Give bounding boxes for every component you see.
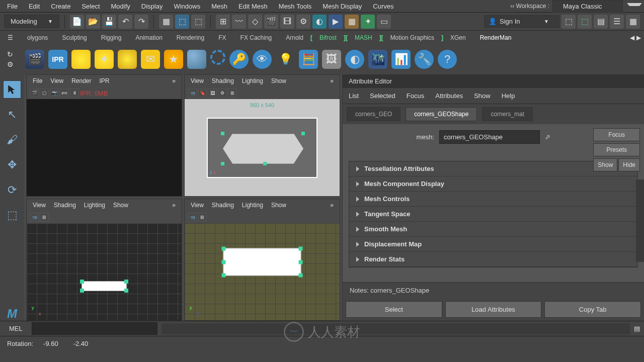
human-ik-icon[interactable]: ⬚ bbox=[578, 15, 592, 29]
shelf-star-icon[interactable]: ★ bbox=[164, 50, 183, 69]
shelf-gear-icon[interactable]: ⚙ bbox=[7, 60, 14, 68]
shelf-ipr-icon[interactable]: IPR bbox=[48, 50, 67, 69]
mesh-name-input[interactable] bbox=[439, 130, 540, 144]
ae-scrollbar[interactable] bbox=[636, 179, 644, 262]
shelf-tab-rendering[interactable]: Rendering bbox=[170, 32, 211, 44]
panel-menu-icon[interactable]: » bbox=[169, 76, 179, 85]
ae-focus-button[interactable]: Focus bbox=[593, 128, 640, 141]
ae-section-renderstats[interactable]: Render Stats bbox=[349, 252, 637, 267]
redo-icon[interactable]: ↷ bbox=[134, 15, 148, 29]
light-editor-icon[interactable]: ✦ bbox=[361, 15, 375, 29]
shelf-tab-renderman[interactable]: RenderMan bbox=[473, 32, 519, 44]
ae-menu-help[interactable]: Help bbox=[502, 92, 515, 100]
ae-tab-mat[interactable]: corners_mat bbox=[482, 107, 533, 121]
shelf-tab-arnold[interactable]: Arnold bbox=[279, 32, 310, 44]
shelf-tab-motiongraphics[interactable]: Motion Graphics bbox=[383, 32, 441, 44]
vp-menu-shading[interactable]: Shading bbox=[209, 201, 237, 210]
ae-presets-button[interactable]: Presets bbox=[593, 143, 640, 156]
shelf-render-icon[interactable]: 🎬 bbox=[25, 50, 44, 69]
menu-modify[interactable]: Modify bbox=[106, 1, 135, 12]
rv-pause-icon[interactable]: ⏸ bbox=[70, 88, 79, 98]
render-menu-view[interactable]: View bbox=[47, 76, 66, 85]
shelf-history-icon[interactable]: ↻ bbox=[7, 50, 13, 58]
lasso-tool[interactable]: ↖ bbox=[3, 106, 21, 124]
menu-mesh-tools[interactable]: Mesh Tools bbox=[274, 1, 317, 12]
render-view-icon[interactable]: ▶ bbox=[329, 15, 343, 29]
shelf-sphere-icon[interactable] bbox=[187, 50, 206, 69]
panel-layout-icon[interactable]: ▭ bbox=[377, 15, 391, 29]
vp-gear-icon[interactable]: ⚙ bbox=[218, 88, 227, 98]
ae-select-button[interactable]: Select bbox=[346, 301, 442, 318]
select-tool[interactable] bbox=[3, 80, 21, 99]
shelf-tab-mash[interactable]: MASH bbox=[348, 32, 379, 44]
ae-section-meshcomponent[interactable]: Mesh Component Display bbox=[349, 176, 637, 192]
shelf-light1-icon[interactable] bbox=[71, 50, 91, 69]
undo-icon[interactable]: ↶ bbox=[118, 15, 132, 29]
rv-frame-icon[interactable]: ▢ bbox=[40, 88, 49, 98]
vp-image-icon[interactable]: 🖼 bbox=[208, 88, 217, 98]
shelf-tab-sculpting[interactable]: Sculpting bbox=[55, 32, 94, 44]
new-scene-icon[interactable]: 📄 bbox=[70, 15, 84, 29]
vp-bookmark-icon[interactable]: 🔖 bbox=[198, 88, 207, 98]
open-scene-icon[interactable]: 📂 bbox=[86, 15, 100, 29]
ae-hide-button[interactable]: Hide bbox=[618, 158, 640, 171]
rv-snapshot-icon[interactable]: 📷 bbox=[50, 88, 59, 98]
paint-tool[interactable]: 🖌 bbox=[3, 131, 21, 149]
snap-curve-icon[interactable]: 〰 bbox=[232, 15, 246, 29]
render-icon[interactable]: 🎬 bbox=[264, 15, 278, 29]
rotate-tool[interactable]: ⟳ bbox=[3, 181, 21, 199]
menu-curves[interactable]: Curves bbox=[368, 1, 398, 12]
menu-mesh-display[interactable]: Mesh Display bbox=[317, 1, 367, 12]
vp-menu-view[interactable]: View bbox=[30, 201, 49, 210]
select-mode-icon[interactable]: ⬚ bbox=[175, 15, 189, 29]
side-canvas[interactable]: yx bbox=[27, 223, 182, 320]
shelf-tab-animation[interactable]: Animation bbox=[128, 32, 169, 44]
ae-section-tangentspace[interactable]: Tangent Space bbox=[349, 207, 637, 222]
shelf-image-icon[interactable]: 🖼 bbox=[322, 50, 341, 69]
shelf-chart-icon[interactable]: 📊 bbox=[391, 50, 411, 69]
ae-menu-focus[interactable]: Focus bbox=[407, 92, 424, 100]
shelf-moon-icon[interactable]: ◐ bbox=[345, 50, 364, 69]
vp-menu-lighting[interactable]: Lighting bbox=[81, 201, 108, 210]
ae-tab-geoshape[interactable]: corners_GEOShape bbox=[406, 107, 477, 121]
workspace-selector[interactable]: Maya Classic bbox=[552, 0, 623, 13]
vp-menu-shading[interactable]: Shading bbox=[51, 201, 79, 210]
menu-select[interactable]: Select bbox=[76, 1, 105, 12]
playblast-icon[interactable]: ▦ bbox=[345, 15, 359, 29]
scale-tool[interactable]: ⬚ bbox=[3, 206, 21, 224]
menu-edit-mesh[interactable]: Edit Mesh bbox=[233, 1, 273, 12]
shelf-tab-xgen[interactable]: XGen bbox=[443, 32, 473, 44]
ae-section-displacement[interactable]: Displacement Map bbox=[349, 237, 637, 252]
shelf-night-icon[interactable]: 🌃 bbox=[368, 50, 387, 69]
workspace-dropdown-icon[interactable] bbox=[627, 3, 642, 9]
menu-file[interactable]: File bbox=[2, 1, 23, 12]
snap-grid-icon[interactable]: ⊞ bbox=[216, 15, 230, 29]
render-menu-file[interactable]: File bbox=[30, 76, 45, 85]
shelf-tab-fxcaching[interactable]: FX Caching bbox=[233, 32, 279, 44]
vp-cam-icon[interactable]: 📹 bbox=[188, 88, 197, 98]
rv-ipr-icon[interactable]: IPR bbox=[60, 88, 69, 98]
panel-menu-icon[interactable]: » bbox=[327, 201, 337, 210]
shelf-circle2-icon[interactable]: 🔑 bbox=[229, 50, 249, 69]
menu-display[interactable]: Display bbox=[136, 1, 168, 12]
hypershade-icon[interactable]: ◐ bbox=[312, 15, 327, 29]
command-input[interactable] bbox=[32, 322, 157, 335]
menuset-selector[interactable]: Modeling▼ bbox=[4, 15, 59, 28]
save-scene-icon[interactable]: 💾 bbox=[102, 15, 116, 29]
shelf-env-icon[interactable]: ✉ bbox=[141, 50, 160, 69]
ae-menu-show[interactable]: Show bbox=[474, 92, 491, 100]
select-by-type-icon[interactable]: ▦ bbox=[159, 15, 173, 29]
shelf-tab-bifrost[interactable]: Bifrost bbox=[312, 32, 344, 44]
shelf-circle1-icon[interactable] bbox=[210, 50, 225, 65]
ae-menu-selected[interactable]: Selected bbox=[370, 92, 395, 100]
vp-grid-icon[interactable]: ⊞ bbox=[40, 213, 49, 222]
shelf-scroll-right-icon[interactable]: ▶ bbox=[636, 34, 641, 41]
menu-edit[interactable]: Edit bbox=[24, 1, 45, 12]
mel-label[interactable]: MEL bbox=[4, 323, 28, 334]
vp-menu-show[interactable]: Show bbox=[110, 201, 131, 210]
ae-copy-tab-button[interactable]: Copy Tab bbox=[544, 301, 641, 318]
select-highlight-icon[interactable]: ⬚ bbox=[191, 15, 205, 29]
render-menu-render[interactable]: Render bbox=[68, 76, 94, 85]
vp-menu-lighting[interactable]: Lighting bbox=[239, 201, 266, 210]
render-view-canvas[interactable] bbox=[27, 99, 182, 196]
